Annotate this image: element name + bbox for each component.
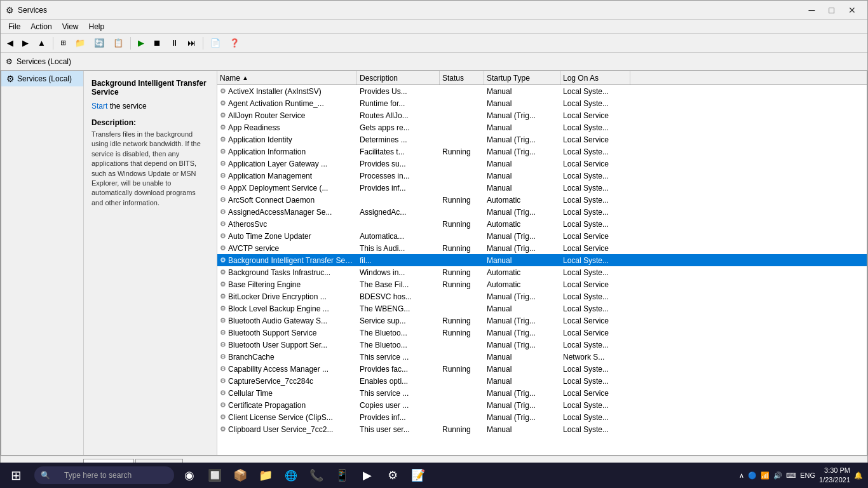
cell-name-text: ActiveX Installer (AxInstSV): [228, 87, 322, 96]
taskbar-phone[interactable]: 📞: [304, 463, 329, 488]
cell-desc-26: Copies user ...: [357, 400, 440, 410]
cell-startup-2: Manual (Trig...: [484, 111, 560, 121]
table-row[interactable]: ⚙AssignedAccessManager Se...AssignedAc..…: [217, 206, 867, 218]
up-button[interactable]: ▲: [34, 36, 50, 50]
table-row[interactable]: ⚙BitLocker Drive Encryption ...BDESVC ho…: [217, 290, 867, 302]
folder-button[interactable]: 📁: [71, 36, 89, 50]
toolbar-sep-3: [203, 37, 203, 50]
table-row[interactable]: ⚙Application IdentityDetermines ...Manua…: [217, 133, 867, 146]
cell-desc-17: BDESVC hos...: [357, 292, 440, 302]
show-hide-button[interactable]: ⊞: [57, 36, 70, 50]
taskbar-store[interactable]: 📦: [227, 463, 253, 488]
service-gear-icon: ⚙: [220, 268, 226, 276]
table-row[interactable]: ⚙Application InformationFacilitates t...…: [217, 146, 867, 158]
taskbar-settings[interactable]: ⚙: [380, 463, 405, 488]
column-header-startup[interactable]: Startup Type: [484, 71, 560, 85]
table-row[interactable]: ⚙Cellular TimeThis service ...Manual (Tr…: [217, 387, 867, 399]
back-button[interactable]: ◀: [3, 36, 17, 50]
table-row[interactable]: ⚙ArcSoft Connect DaemonRunningAutomaticL…: [217, 194, 867, 206]
table-row[interactable]: ⚙Background Tasks Infrastruc...Windows i…: [217, 266, 867, 278]
properties-button[interactable]: 📄: [207, 36, 224, 50]
taskbar-clock[interactable]: 3:30 PM 1/23/2021: [819, 466, 850, 485]
taskbar-chevron[interactable]: ∧: [739, 471, 744, 480]
table-row[interactable]: ⚙Clipboard User Service_7cc2...This user…: [217, 423, 867, 435]
cell-logon-6: Local Service: [560, 159, 630, 169]
cell-logon-15: Local Syste...: [560, 268, 630, 278]
play-button[interactable]: ▶: [134, 36, 148, 50]
table-row[interactable]: ⚙Client License Service (ClipS...Provide…: [217, 411, 867, 423]
maximize-button[interactable]: □: [823, 4, 841, 17]
taskbar-lang[interactable]: ENG: [800, 471, 815, 479]
table-row[interactable]: ⚙ActiveX Installer (AxInstSV)Provides Us…: [217, 85, 867, 97]
cell-status-2: [440, 115, 484, 116]
taskbar-notification[interactable]: 🔔: [854, 471, 863, 480]
table-row[interactable]: ⚙App ReadinessGets apps re...ManualLocal…: [217, 121, 867, 133]
cell-name-16: ⚙Base Filtering Engine: [217, 280, 357, 290]
export-button[interactable]: 📋: [109, 36, 127, 50]
help-button[interactable]: ❓: [226, 36, 243, 50]
cell-desc-13: This is Audi...: [357, 243, 440, 254]
menu-file[interactable]: File: [3, 21, 25, 32]
table-row[interactable]: ⚙Base Filtering EngineThe Base Fil...Run…: [217, 278, 867, 290]
table-row[interactable]: ⚙Bluetooth User Support Ser...The Blueto…: [217, 339, 867, 351]
cell-startup-22: Manual: [484, 352, 560, 362]
cell-logon-21: Local Syste...: [560, 340, 630, 350]
close-button[interactable]: ✕: [842, 4, 862, 17]
taskbar-whatsapp[interactable]: 📱: [329, 463, 355, 488]
refresh-button[interactable]: 🔄: [90, 36, 108, 50]
taskbar-bluetooth[interactable]: 🔵: [748, 471, 757, 480]
table-row[interactable]: ⚙Block Level Backup Engine ...The WBENG.…: [217, 302, 867, 315]
menu-view[interactable]: View: [57, 21, 84, 32]
taskbar-explorer[interactable]: 📁: [253, 463, 278, 488]
table-row[interactable]: ⚙Agent Activation Runtime_...Runtime for…: [217, 97, 867, 109]
start-button[interactable]: ⊞: [0, 463, 32, 488]
cell-desc-28: This user ser...: [357, 424, 440, 435]
taskbar-youtube[interactable]: ▶: [355, 463, 380, 488]
taskbar-task-view[interactable]: 🔲: [202, 463, 227, 488]
cell-desc-20: The Bluetoo...: [357, 328, 440, 338]
taskbar-chrome[interactable]: 🌐: [278, 463, 304, 488]
service-gear-icon: ⚙: [220, 341, 226, 349]
taskbar-sticky[interactable]: 📝: [405, 463, 431, 488]
table-row[interactable]: ⚙Capability Access Manager ...Provides f…: [217, 363, 867, 375]
taskbar-keyboard[interactable]: ⌨: [786, 471, 796, 480]
restart-button[interactable]: ⏭: [184, 36, 200, 50]
cell-name-text: ArcSoft Connect Daemon: [228, 196, 315, 205]
service-gear-icon: ⚙: [220, 280, 226, 288]
table-row[interactable]: ⚙AtherosSvcRunningAutomaticLocal Syste..…: [217, 218, 867, 230]
table-row[interactable]: ⚙Auto Time Zone UpdaterAutomatica...Manu…: [217, 230, 867, 242]
start-link[interactable]: Start: [92, 102, 107, 111]
column-header-name[interactable]: Name ▲: [217, 71, 357, 85]
taskbar-cortana[interactable]: ◉: [177, 463, 202, 488]
table-row[interactable]: ⚙AVCTP serviceThis is Audi...RunningManu…: [217, 242, 867, 254]
table-row[interactable]: ⚙Application ManagementProcesses in...Ma…: [217, 170, 867, 182]
toolbar-sep-1: [53, 37, 53, 50]
minimize-button[interactable]: ─: [803, 4, 822, 17]
service-gear-icon: ⚙: [220, 196, 226, 204]
table-row[interactable]: ⚙CaptureService_7cc284cEnables opti...Ma…: [217, 375, 867, 387]
cell-desc-3: Gets apps re...: [357, 123, 440, 133]
taskbar-volume[interactable]: 🔊: [773, 471, 782, 480]
table-row[interactable]: ⚙Certificate PropagationCopies user ...M…: [217, 399, 867, 411]
table-row[interactable]: ⚙Bluetooth Support ServiceThe Bluetoo...…: [217, 327, 867, 339]
column-header-description[interactable]: Description: [357, 71, 440, 85]
table-row[interactable]: ⚙Bluetooth Audio Gateway S...Service sup…: [217, 315, 867, 327]
table-row[interactable]: ⚙Background Intelligent Transfer Service…: [217, 254, 867, 266]
table-row[interactable]: ⚙AllJoyn Router ServiceRoutes AllJo...Ma…: [217, 109, 867, 121]
taskbar-network[interactable]: 📶: [761, 471, 770, 480]
stop-button[interactable]: ⏹: [149, 36, 165, 50]
menu-action[interactable]: Action: [25, 21, 57, 32]
table-row[interactable]: ⚙Application Layer Gateway ...Provides s…: [217, 158, 867, 170]
forward-button[interactable]: ▶: [18, 36, 32, 50]
search-input[interactable]: [57, 466, 158, 484]
table-row[interactable]: ⚙AppX Deployment Service (...Provides in…: [217, 182, 867, 194]
column-header-logon[interactable]: Log On As: [560, 71, 630, 85]
menu-help[interactable]: Help: [84, 21, 110, 32]
cell-startup-24: Manual: [484, 376, 560, 386]
column-header-status[interactable]: Status: [440, 71, 484, 85]
toolbar-sep-2: [130, 37, 131, 50]
table-row[interactable]: ⚙BranchCacheThis service ...ManualNetwor…: [217, 351, 867, 363]
search-bar[interactable]: 🔍: [34, 466, 174, 484]
pause-button[interactable]: ⏸: [166, 36, 182, 50]
sidebar-item-services-local[interactable]: ⚙ Services (Local): [1, 71, 83, 86]
